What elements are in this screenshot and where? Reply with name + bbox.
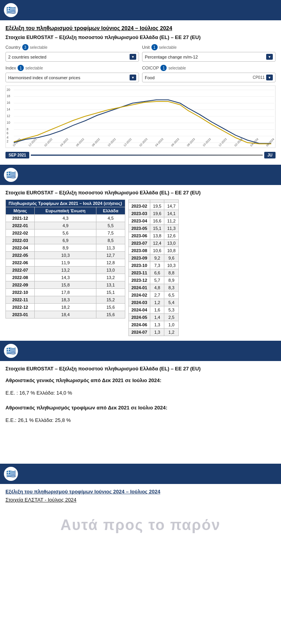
section-title: Εξέλιξη του πληθωρισμού τροφίμων Ιούνιος… — [5, 25, 276, 31]
flag-icon-3: 🇬🇷 — [4, 344, 18, 358]
unit-select[interactable]: Percentage change m/m-12 ▾ — [142, 52, 276, 62]
right-cell-eu: 7,3 — [150, 262, 164, 269]
right-table-row: 2023-0712,413,0 — [128, 240, 178, 247]
timeline-start-btn[interactable]: SEP 2021 — [5, 152, 29, 158]
coicop-badge: 1 — [160, 65, 167, 71]
left-cell-el: 8,5 — [96, 237, 125, 244]
left-table-row: 2022-0713,213,0 — [6, 267, 125, 274]
left-cell-month: 2022-02 — [6, 229, 35, 237]
right-table-row: 2024-071,31,2 — [128, 329, 178, 336]
timeline-end-btn[interactable]: JU — [264, 152, 276, 158]
right-cell-el: 6,5 — [164, 292, 178, 299]
right-table-row: 2023-0319,614,1 — [128, 210, 178, 217]
left-table-row: 2022-1118,315,2 — [6, 296, 125, 304]
left-cell-el: 4,5 — [96, 215, 125, 222]
country-select[interactable]: 2 countries selected ▾ — [5, 52, 139, 62]
right-cell-month: 2024-01 — [128, 284, 150, 292]
left-cell-eu: 6,9 — [35, 237, 96, 244]
left-cell-el: 13,1 — [96, 281, 125, 289]
left-cell-eu: 4,3 — [35, 215, 96, 222]
index-select[interactable]: Harmonised index of consumer prices ▾ — [5, 73, 139, 82]
index-arrow-icon[interactable]: ▾ — [130, 75, 136, 80]
right-table-wrapper: 2023-0219,514,72023-0319,614,12023-0416,… — [128, 199, 179, 336]
right-cell-month: 2023-11 — [128, 269, 150, 277]
header-bar-3: 🇬🇷 — [0, 341, 281, 361]
section-chart: Εξέλιξη του πληθωρισμού τροφίμων Ιούνιος… — [0, 20, 281, 165]
col-month: Μήνας — [6, 207, 35, 215]
right-table-row: 2023-099,29,6 — [128, 254, 178, 262]
svg-text:10: 10 — [7, 121, 10, 125]
chart-area: 20 18 16 14 12 10 8 6 4 2 10-20 — [5, 85, 276, 148]
right-table-row: 2023-0515,111,3 — [128, 225, 178, 232]
right-col-month — [128, 200, 150, 203]
left-table-row: 2022-048,911,3 — [6, 244, 125, 252]
watermark: Αυτά προς το παρόν — [0, 505, 281, 537]
right-cell-el: 10,8 — [164, 247, 178, 254]
right-cell-month: 2024-07 — [128, 329, 150, 336]
unit-arrow-icon[interactable]: ▾ — [266, 54, 273, 60]
right-cell-el: 1,0 — [164, 321, 178, 329]
bottom-subtitle: Στοιχεία ΕΛΣΤΑΤ - Ιούλιος 2024 — [5, 497, 76, 503]
right-col-eu — [150, 200, 164, 203]
right-table-row: 2023-0613,812,6 — [128, 232, 178, 240]
right-cell-el: 14,1 — [164, 210, 178, 217]
country-arrow-icon[interactable]: ▾ — [130, 54, 136, 60]
filter-country: Country 3 selectable 2 countries selecte… — [5, 44, 139, 62]
right-cell-el: 5,3 — [164, 306, 178, 314]
coicop-select[interactable]: Food CP011 ▾ — [142, 73, 276, 82]
left-cell-el: 15,1 — [96, 289, 125, 296]
filter-coicop: COICOP 1 selectable Food CP011 ▾ — [142, 65, 276, 82]
chart-svg: 20 18 16 14 12 10 8 6 4 2 10-20 — [6, 86, 275, 148]
bottom-link-1[interactable]: Εξέλιξη του πληθωρισμού τροφίμων Ιούνιος… — [5, 489, 276, 495]
svg-text:18: 18 — [7, 94, 10, 98]
right-table-row: 2024-022,76,5 — [128, 292, 178, 299]
right-cell-month: 2023-02 — [128, 203, 150, 210]
right-cell-month: 2023-10 — [128, 262, 150, 269]
right-table-row: 2023-107,310,3 — [128, 262, 178, 269]
left-cell-month: 2022-08 — [6, 274, 35, 281]
left-cell-eu: 4,9 — [35, 222, 96, 229]
right-cell-eu: 1,3 — [150, 321, 164, 329]
left-table-row: 2022-0510,312,7 — [6, 252, 125, 259]
left-cell-month: 2022-09 — [6, 281, 35, 289]
right-table-row: 2024-051,42,5 — [128, 314, 178, 321]
left-cell-month: 2022-12 — [6, 304, 35, 311]
svg-text:20: 20 — [7, 88, 10, 92]
svg-text:04-2022: 04-2022 — [59, 137, 69, 148]
right-cell-eu: 12,4 — [150, 240, 164, 247]
left-cell-eu: 11,9 — [35, 259, 96, 267]
index-badge: 1 — [18, 65, 24, 71]
right-cell-eu: 1,3 — [150, 329, 164, 336]
right-cell-eu: 5,7 — [150, 277, 164, 284]
coicop-arrow-icon[interactable]: ▾ — [266, 75, 273, 80]
filter-unit: Unit 1 selectable Percentage change m/m-… — [142, 44, 276, 62]
stat1-label: Αθροιστικός γενικός πληθωρισμός από Δεκ … — [5, 375, 276, 386]
right-cell-month: 2023-12 — [128, 277, 150, 284]
left-cell-el: 15,2 — [96, 296, 125, 304]
index-selectable: selectable — [25, 66, 43, 70]
right-cell-month: 2024-05 — [128, 314, 150, 321]
left-cell-eu: 10,3 — [35, 252, 96, 259]
table-container: Πληθωρισμός Τροφίμων Δεκ 2021 – Ιουλ 202… — [5, 199, 276, 336]
country-label: Country — [5, 45, 21, 50]
right-cell-eu: 10,6 — [150, 247, 164, 254]
right-table: 2023-0219,514,72023-0319,614,12023-0416,… — [128, 199, 179, 336]
left-table-row: 2022-0611,912,8 — [6, 259, 125, 267]
left-cell-eu: 15,8 — [35, 281, 96, 289]
left-cell-el: 5,5 — [96, 222, 125, 229]
section-stats: Στοιχεία EUROSTAT – Εξέλιξη ποσοστού πλη… — [0, 361, 281, 432]
left-table-wrapper: Πληθωρισμός Τροφίμων Δεκ 2021 – Ιουλ 202… — [5, 199, 125, 336]
timeline-line — [31, 155, 263, 156]
left-table-row: 2022-036,98,5 — [6, 237, 125, 244]
svg-text:14: 14 — [7, 108, 10, 111]
left-cell-month: 2022-04 — [6, 244, 35, 252]
svg-text:10-2022: 10-2022 — [107, 137, 117, 148]
right-col-el — [164, 200, 178, 203]
left-cell-eu: 18,4 — [35, 311, 96, 318]
right-cell-el: 9,6 — [164, 254, 178, 262]
svg-text:12: 12 — [7, 114, 10, 118]
col-eu: Ευρωπαϊκή Ένωση — [35, 207, 96, 215]
country-selectable: selectable — [30, 45, 48, 50]
left-table-row: 2022-0915,813,1 — [6, 281, 125, 289]
svg-text:12-2022: 12-2022 — [123, 137, 133, 148]
